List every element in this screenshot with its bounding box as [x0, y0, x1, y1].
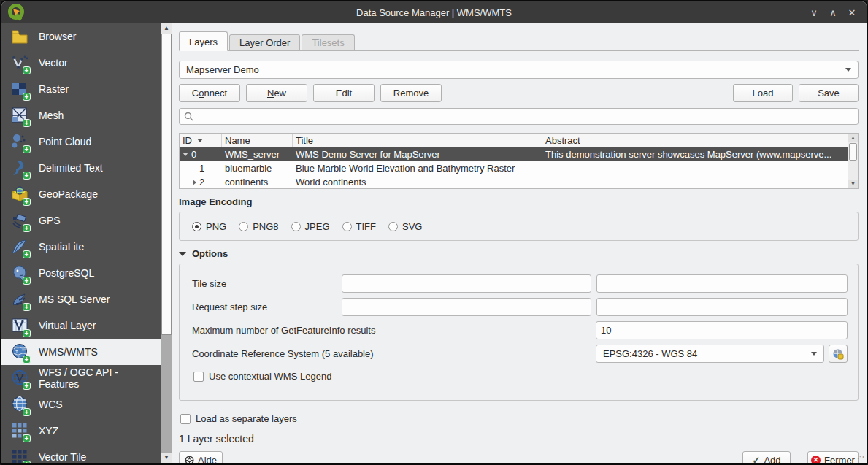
encoding-option-png8[interactable]: PNG8 — [239, 221, 278, 232]
request-step-input-2[interactable] — [596, 298, 848, 316]
sidebar-item-virtual-layer[interactable]: +Virtual Layer — [1, 312, 161, 339]
contextual-legend-checkbox[interactable] — [193, 372, 204, 382]
mesh-icon: + — [10, 106, 29, 125]
connection-combobox[interactable]: Mapserver Demo — [179, 61, 859, 79]
raster-icon: + — [10, 80, 29, 99]
table-row[interactable]: 1bluemarbleBlue Marble World Elevation a… — [180, 161, 848, 175]
crs-combobox[interactable]: EPSG:4326 - WGS 84 — [596, 345, 824, 363]
tab-layers[interactable]: Layers — [179, 31, 228, 51]
sidebar-item-postgresql[interactable]: +PostgreSQL — [1, 260, 161, 286]
wfs-icon: + — [10, 369, 29, 388]
encoding-option-label: PNG — [206, 221, 226, 232]
sidebar-item-geopackage[interactable]: +GeoPackage — [1, 181, 161, 207]
chevron-down-icon — [845, 68, 851, 72]
radio-icon[interactable] — [342, 222, 352, 231]
save-button[interactable]: Save — [799, 84, 859, 102]
expander-expanded-icon[interactable] — [183, 153, 188, 156]
radio-icon[interactable] — [291, 222, 301, 231]
sidebar-item-browser[interactable]: Browser — [1, 23, 161, 50]
edit-button[interactable]: Edit — [313, 84, 375, 102]
tab-layer-order[interactable]: Layer Order — [229, 34, 300, 50]
column-header-name[interactable]: Name — [222, 134, 293, 147]
help-button[interactable]: Aide — [179, 451, 223, 465]
sidebar-item-wfs-ogc-api-features[interactable]: +WFS / OGC API - Features — [1, 365, 161, 391]
sidebar-item-label: GeoPackage — [39, 188, 98, 200]
encoding-option-png[interactable]: PNG — [192, 221, 226, 232]
collapse-arrow-icon — [179, 252, 186, 256]
scroll-down-icon[interactable]: ▼ — [848, 180, 858, 188]
encoding-option-tiff[interactable]: TIFF — [342, 221, 376, 232]
selection-status: 1 Layer selected — [179, 433, 859, 445]
sidebar-scrollbar-thumb[interactable] — [161, 34, 172, 335]
remove-button[interactable]: Remove — [380, 84, 442, 102]
gps-icon: + — [10, 211, 29, 230]
geopackage-icon: + — [10, 185, 29, 204]
resize-grip[interactable]: ⠠⠄⠂⠁ — [857, 454, 864, 461]
maximize-icon[interactable]: ∧ — [827, 7, 839, 18]
column-header-title[interactable]: Title — [293, 134, 542, 147]
sidebar-item-point-cloud[interactable]: +Point Cloud — [1, 128, 161, 155]
load-separate-checkbox[interactable] — [180, 414, 191, 424]
contextual-legend-checkbox-row[interactable]: Use contextual WMS Legend — [193, 371, 848, 382]
sidebar-item-spatialite[interactable]: +SpatiaLite — [1, 234, 161, 260]
sidebar-item-wcs[interactable]: +WCS — [1, 391, 161, 418]
radio-icon[interactable] — [192, 222, 201, 231]
radio-icon[interactable] — [239, 222, 248, 231]
column-header-id[interactable]: ID — [180, 134, 222, 147]
sidebar-item-ms-sql-server[interactable]: +MS SQL Server — [1, 286, 161, 312]
table-scrollbar[interactable]: ▲ ▼ — [848, 134, 858, 188]
crs-selected: EPSG:4326 - WGS 84 — [603, 348, 697, 359]
sidebar-item-label: WMS/WMTS — [39, 346, 98, 358]
encoding-option-jpeg[interactable]: JPEG — [291, 221, 330, 232]
image-encoding-group: PNGPNG8JPEGTIFFSVG — [179, 212, 859, 241]
table-row[interactable]: 0WMS_serverWMS Demo Server for MapServer… — [180, 147, 848, 161]
sidebar-item-gps[interactable]: +GPS — [1, 207, 161, 234]
new-button[interactable]: New — [246, 84, 307, 102]
load-button[interactable]: Load — [733, 84, 793, 102]
encoding-option-label: PNG8 — [253, 221, 278, 232]
tile-size-height-input[interactable] — [596, 274, 848, 293]
scroll-down-icon[interactable]: ▼ — [161, 453, 172, 463]
layer-search-box[interactable] — [179, 108, 859, 125]
connection-buttons: Connect New Edit Remove Load Save — [179, 84, 859, 102]
cell-name: WMS_server — [222, 149, 293, 160]
table-row[interactable]: 2continentsWorld continents — [180, 175, 848, 188]
sidebar-item-wms-wmts[interactable]: T+WMS/WMTS — [1, 339, 161, 365]
sidebar-item-raster[interactable]: +Raster — [1, 76, 161, 102]
xyz-icon: + — [10, 421, 29, 440]
load-separate-checkbox-row[interactable]: Load as separate layers — [174, 413, 859, 424]
scroll-up-icon[interactable]: ▲ — [848, 134, 858, 142]
column-header-abstract[interactable]: Abstract — [542, 134, 848, 147]
sidebar-item-vector-tile[interactable]: +Vector Tile — [1, 444, 161, 463]
expander-collapsed-icon[interactable] — [193, 180, 196, 185]
radio-icon[interactable] — [388, 222, 398, 231]
sidebar-item-mesh[interactable]: +Mesh — [1, 102, 161, 128]
sidebar-item-xyz[interactable]: +XYZ — [1, 418, 161, 444]
tile-size-width-input[interactable] — [342, 274, 591, 293]
sidebar-scrollbar[interactable]: ▲ ▼ — [161, 23, 172, 463]
sidebar-item-label: Vector Tile — [39, 451, 86, 463]
sidebar-item-vector[interactable]: +Vector — [1, 50, 161, 76]
table-scrollbar-thumb[interactable] — [849, 143, 857, 161]
max-getfeatureinfo-input[interactable] — [596, 321, 848, 339]
close-icon[interactable]: ✕ — [846, 7, 858, 18]
sidebar-item-delimited-text[interactable]: +Delimited Text — [1, 155, 161, 181]
search-input[interactable] — [197, 111, 853, 122]
scroll-up-icon[interactable]: ▲ — [161, 23, 172, 34]
add-button[interactable]: ✓ Add — [742, 451, 791, 465]
globe-edit-icon — [832, 348, 844, 360]
encoding-option-svg[interactable]: SVG — [388, 221, 422, 232]
wms-icon: T+ — [10, 342, 29, 361]
options-section-header[interactable]: Options — [179, 248, 859, 259]
sidebar-item-label: XYZ — [39, 425, 58, 437]
sidebar-item-label: MS SQL Server — [39, 293, 110, 305]
request-step-input-1[interactable] — [342, 298, 591, 316]
minimize-icon[interactable]: ∨ — [808, 7, 820, 18]
search-icon — [184, 112, 193, 121]
sidebar-item-label: Browser — [39, 31, 76, 42]
connect-button[interactable]: Connect — [179, 84, 240, 102]
close-dialog-button[interactable]: ✕ Fermer — [807, 451, 859, 465]
max-getfeatureinfo-label: Maximum number of GetFeatureInfo results — [192, 325, 596, 336]
crs-picker-button[interactable] — [829, 345, 848, 363]
window-title: Data Source Manager | WMS/WMTS — [1, 7, 867, 18]
